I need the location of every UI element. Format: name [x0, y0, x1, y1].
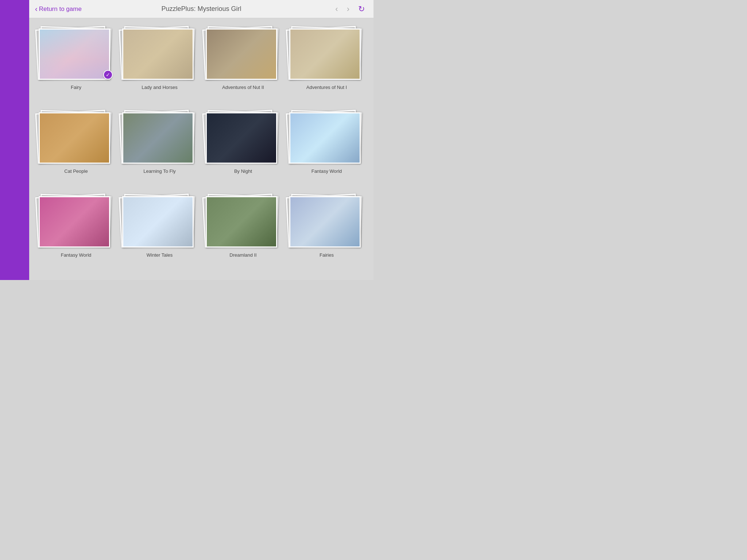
- puzzle-label-9: Fantasy World: [61, 252, 92, 258]
- back-label: Return to game: [39, 5, 82, 13]
- puzzle-label-11: Dreamland II: [229, 252, 256, 258]
- puzzle-label-8: Fantasy World: [311, 168, 342, 174]
- prev-button[interactable]: ‹: [332, 3, 341, 15]
- puzzle-label-3: Adventures of Nut II: [222, 85, 264, 90]
- puzzle-label-4: Adventures of Nut I: [306, 85, 347, 90]
- selected-badge-1: ✓: [103, 70, 113, 79]
- header: ‹ Return to game PuzzlePlus: Mysterious …: [29, 0, 374, 18]
- puzzle-item-2[interactable]: Lady and Horses: [121, 27, 198, 104]
- main-content: ‹ Return to game PuzzlePlus: Mysterious …: [29, 0, 374, 280]
- puzzle-label-7: By Night: [234, 168, 252, 174]
- puzzle-label-5: Cat People: [64, 168, 88, 174]
- puzzle-item-8[interactable]: Fantasy World: [289, 111, 365, 187]
- back-button[interactable]: ‹ Return to game: [35, 5, 108, 13]
- puzzle-label-1: Fairy: [71, 85, 81, 90]
- sidebar: [0, 0, 29, 280]
- puzzle-label-12: Fairies: [320, 252, 334, 258]
- header-nav: ‹ › ↻: [295, 3, 368, 15]
- puzzle-label-10: Winter Tales: [147, 252, 173, 258]
- chevron-left-icon: ‹: [35, 5, 38, 13]
- puzzle-label-2: Lady and Horses: [142, 85, 177, 90]
- puzzle-item-3[interactable]: Adventures of Nut II: [205, 27, 281, 104]
- puzzle-label-6: Learning To Fly: [143, 168, 176, 174]
- puzzle-item-10[interactable]: Winter Tales: [121, 195, 198, 271]
- page-title: PuzzlePlus: Mysterious Girl: [108, 5, 295, 13]
- puzzle-item-6[interactable]: Learning To Fly: [121, 111, 198, 187]
- puzzle-item-1[interactable]: ✓Fairy: [38, 27, 114, 104]
- puzzle-item-9[interactable]: Fantasy World: [38, 195, 114, 271]
- puzzle-item-12[interactable]: Fairies: [289, 195, 365, 271]
- puzzle-item-11[interactable]: Dreamland II: [205, 195, 281, 271]
- puzzle-item-5[interactable]: Cat People: [38, 111, 114, 187]
- puzzle-item-4[interactable]: Adventures of Nut I: [289, 27, 365, 104]
- refresh-button[interactable]: ↻: [355, 3, 368, 15]
- next-button[interactable]: ›: [344, 3, 352, 15]
- puzzle-grid: ✓FairyLady and HorsesAdventures of Nut I…: [29, 18, 374, 280]
- puzzle-item-7[interactable]: By Night: [205, 111, 281, 187]
